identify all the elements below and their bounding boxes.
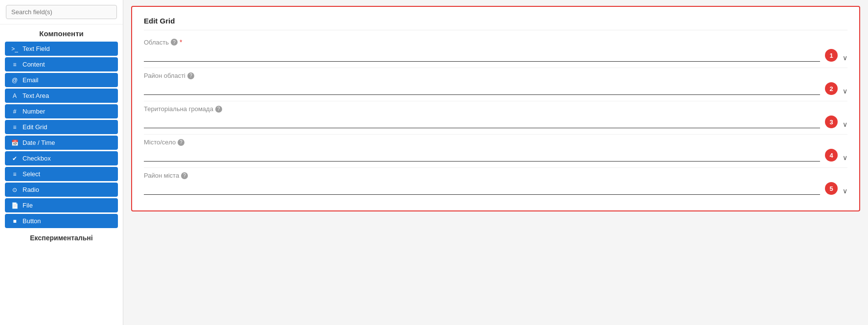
- sidebar: Компоненти >_Text Field≡Content@EmailATe…: [0, 0, 123, 325]
- button-icon: ■: [11, 218, 19, 225]
- help-icon-oblast[interactable]: ?: [171, 39, 178, 46]
- field-badge-rayon-oblasti: 2: [825, 82, 838, 95]
- sidebar-item-text-field[interactable]: >_Text Field: [5, 42, 118, 56]
- edit-grid-panel: Edit Grid Область?*1∨Район області?2∨Тер…: [131, 6, 860, 211]
- select-icon: ≡: [11, 171, 19, 178]
- field-label-text-misto: Місто/село: [144, 139, 176, 146]
- field-label-rayon-mista: Район міста?: [144, 172, 847, 179]
- main-content: Edit Grid Область?*1∨Район області?2∨Тер…: [123, 0, 868, 325]
- chevron-down-icon-rayon-oblasti[interactable]: ∨: [843, 87, 847, 95]
- field-label-text-rayon-mista: Район міста: [144, 172, 179, 179]
- date-time-label: Date / Time: [23, 139, 55, 146]
- help-icon-rayon-mista[interactable]: ?: [181, 172, 188, 179]
- sidebar-item-text-area[interactable]: AText Area: [5, 89, 118, 103]
- sidebar-item-file[interactable]: 📄File: [5, 198, 118, 212]
- number-icon: #: [11, 108, 19, 115]
- components-section-title: Компоненти: [0, 24, 123, 42]
- field-label-text-oblast: Область: [144, 39, 169, 46]
- text-area-label: Text Area: [23, 92, 49, 99]
- select-label: Select: [23, 170, 40, 178]
- checkbox-label: Checkbox: [23, 155, 51, 162]
- chevron-down-icon-misto[interactable]: ∨: [843, 154, 847, 162]
- field-label-text-gromada: Територіальна громада: [144, 105, 213, 113]
- file-label: File: [23, 202, 33, 209]
- field-row-misto: Місто/село?4∨: [144, 139, 847, 168]
- sidebar-item-edit-grid[interactable]: ≡Edit Grid: [5, 120, 118, 134]
- field-row-rayon-oblasti: Район області?2∨: [144, 72, 847, 101]
- field-input-rayon-mista[interactable]: [144, 181, 820, 195]
- field-input-rayon-oblasti[interactable]: [144, 81, 820, 95]
- field-badge-gromada: 3: [825, 116, 838, 128]
- sidebar-item-radio[interactable]: ⊙Radio: [5, 183, 118, 197]
- chevron-down-icon-rayon-mista[interactable]: ∨: [843, 187, 847, 195]
- text-field-label: Text Field: [23, 45, 50, 52]
- help-icon-rayon-oblasti[interactable]: ?: [187, 72, 194, 79]
- text-field-icon: >_: [11, 46, 19, 52]
- field-input-misto[interactable]: [144, 148, 820, 162]
- field-label-rayon-oblasti: Район області?: [144, 72, 847, 79]
- sidebar-item-button[interactable]: ■Button: [5, 214, 118, 228]
- checkbox-icon: ✔: [11, 155, 19, 162]
- text-area-icon: A: [11, 93, 19, 99]
- field-label-oblast: Область?*: [144, 38, 847, 46]
- component-list: >_Text Field≡Content@EmailAText Area#Num…: [0, 42, 123, 228]
- field-label-gromada: Територіальна громада?: [144, 105, 847, 113]
- field-label-misto: Місто/село?: [144, 139, 847, 146]
- radio-icon: ⊙: [11, 186, 19, 193]
- content-icon: ≡: [11, 61, 19, 68]
- field-row-oblast: Область?*1∨: [144, 38, 847, 68]
- field-row-rayon-mista: Район міста?5∨: [144, 172, 847, 201]
- radio-label: Radio: [23, 186, 39, 193]
- panel-title: Edit Grid: [144, 17, 847, 30]
- file-icon: 📄: [11, 202, 19, 209]
- field-input-area-misto: 4∨: [144, 148, 847, 163]
- button-label: Button: [23, 217, 41, 225]
- sidebar-item-content[interactable]: ≡Content: [5, 57, 118, 71]
- field-label-text-rayon-oblasti: Район області: [144, 72, 185, 79]
- chevron-down-icon-gromada[interactable]: ∨: [843, 120, 847, 128]
- sidebar-item-date-time[interactable]: 📅Date / Time: [5, 136, 118, 150]
- experimental-section-title: Експериментальні: [0, 228, 123, 245]
- chevron-down-icon-oblast[interactable]: ∨: [843, 54, 847, 62]
- date-time-icon: 📅: [11, 139, 19, 146]
- field-input-area-rayon-oblasti: 2∨: [144, 81, 847, 97]
- email-label: Email: [23, 76, 39, 84]
- field-input-gromada[interactable]: [144, 115, 820, 128]
- sidebar-item-select[interactable]: ≡Select: [5, 167, 118, 181]
- field-input-area-gromada: 3∨: [144, 115, 847, 130]
- sidebar-item-checkbox[interactable]: ✔Checkbox: [5, 151, 118, 165]
- field-input-oblast[interactable]: [144, 48, 820, 62]
- field-input-area-rayon-mista: 5∨: [144, 181, 847, 197]
- email-icon: @: [11, 77, 19, 84]
- edit-grid-label: Edit Grid: [23, 123, 47, 131]
- help-icon-gromada[interactable]: ?: [215, 106, 222, 113]
- help-icon-misto[interactable]: ?: [178, 139, 184, 146]
- field-badge-rayon-mista: 5: [825, 182, 838, 195]
- number-label: Number: [23, 108, 45, 115]
- fields-container: Область?*1∨Район області?2∨Територіальна…: [144, 38, 847, 201]
- search-wrapper: [0, 0, 123, 24]
- content-label: Content: [23, 61, 45, 68]
- field-input-area-oblast: 1∨: [144, 48, 847, 64]
- field-row-gromada: Територіальна громада?3∨: [144, 105, 847, 135]
- field-badge-misto: 4: [825, 149, 838, 162]
- edit-grid-icon: ≡: [11, 124, 19, 131]
- sidebar-item-number[interactable]: #Number: [5, 104, 118, 118]
- required-marker-oblast: *: [180, 38, 182, 46]
- field-badge-oblast: 1: [825, 49, 838, 62]
- sidebar-item-email[interactable]: @Email: [5, 73, 118, 87]
- search-input[interactable]: [6, 5, 117, 19]
